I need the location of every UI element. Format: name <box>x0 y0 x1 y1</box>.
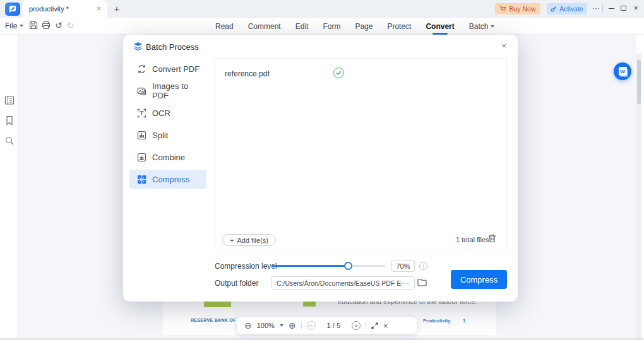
menu-edit[interactable]: Edit <box>295 19 309 34</box>
slider-handle[interactable] <box>344 262 352 270</box>
compression-value-field[interactable]: 70% <box>391 260 415 272</box>
slider-fill <box>271 265 349 267</box>
bookmark-panel-icon[interactable] <box>4 115 15 126</box>
cart-icon <box>499 6 506 12</box>
buy-now-button[interactable]: Buy Now <box>495 3 540 15</box>
sidebar-item-combine[interactable]: Combine <box>129 148 206 167</box>
save-button[interactable] <box>29 21 38 30</box>
menu-read[interactable]: Read <box>215 19 234 34</box>
sidebar-item-convert-pdf[interactable]: Convert PDF <box>129 59 206 78</box>
zoom-level[interactable]: 100% <box>257 322 275 329</box>
search-panel-icon[interactable] <box>4 136 15 146</box>
compress-button[interactable]: Compress <box>451 270 507 289</box>
redo-button[interactable]: ↻ <box>67 20 75 30</box>
info-icon[interactable]: ! <box>419 262 427 270</box>
key-icon <box>551 6 557 12</box>
scrollbar-thumb[interactable] <box>637 60 641 104</box>
toolbar-separator <box>366 322 366 329</box>
file-list-panel: reference.pdf <box>215 58 507 249</box>
batch-process-dialog: Batch Process × Convert PDF Images to PD… <box>123 35 518 302</box>
more-menu-icon[interactable]: ··· <box>591 3 601 13</box>
menu-page[interactable]: Page <box>354 19 373 34</box>
file-success-icon <box>333 67 344 78</box>
menu-protect[interactable]: Protect <box>386 19 412 34</box>
split-icon <box>137 131 146 140</box>
dialog-sidebar: Convert PDF Images to PDF OCR Split Comb… <box>129 59 206 192</box>
app-logo-icon <box>5 3 20 16</box>
plus-icon: + <box>230 237 234 244</box>
buy-now-label: Buy Now <box>509 5 535 13</box>
output-path-value: C:/Users/Áron/Documents/EaseUS PDF Edito… <box>277 279 401 287</box>
compression-slider[interactable] <box>271 265 385 267</box>
title-bar: productivity * × + Buy Now Activate ··· … <box>0 0 644 18</box>
next-page-button[interactable] <box>352 321 361 330</box>
open-folder-icon[interactable] <box>417 278 427 286</box>
tab-close-icon[interactable]: × <box>97 4 101 13</box>
menu-form[interactable]: Form <box>322 19 341 34</box>
images-icon <box>137 86 146 96</box>
zoom-in-icon[interactable]: ⊕ <box>289 321 296 330</box>
sidebar-item-ocr[interactable]: OCR <box>129 103 206 122</box>
total-files-label: 1 total files <box>456 236 489 243</box>
document-footer-section: Productivity <box>423 318 450 324</box>
minimize-icon <box>609 8 614 9</box>
sidebar-item-label: OCR <box>152 108 170 118</box>
sidebar-item-label: Combine <box>152 153 185 162</box>
main-menu: Read Comment Edit Form Page Protect Conv… <box>215 18 495 35</box>
undo-button[interactable]: ↺ <box>55 20 63 30</box>
word-doc-icon: W <box>619 67 627 76</box>
document-footer-page: 1 <box>463 318 465 324</box>
vertical-scrollbar[interactable] <box>636 54 641 338</box>
compression-level-label: Compression level <box>215 262 277 271</box>
previous-page-button[interactable] <box>307 321 316 330</box>
maximize-icon <box>621 6 626 11</box>
toolbar-separator <box>23 23 23 30</box>
fullscreen-icon[interactable] <box>371 322 378 329</box>
convert-pdf-icon <box>137 64 146 74</box>
file-menu[interactable]: File <box>5 21 23 30</box>
browse-more-icon[interactable]: ··· <box>401 279 410 287</box>
sidebar-item-label: Images to PDF <box>152 81 206 100</box>
sidebar-item-compress[interactable]: Compress <box>129 170 206 189</box>
dialog-title: Batch Process <box>146 42 199 52</box>
left-sidebar <box>0 35 19 338</box>
sidebar-item-label: Split <box>152 131 168 140</box>
sidebar-item-images-to-pdf[interactable]: Images to PDF <box>129 81 206 100</box>
menu-comment[interactable]: Comment <box>247 19 282 34</box>
tab-title: productivity * <box>29 5 97 13</box>
chevron-down-icon <box>491 25 494 28</box>
toolbar: File ↺ ↻ Read Comment Edit Form Page Pro… <box>0 18 644 35</box>
add-files-button[interactable]: + Add file(s) <box>222 234 276 246</box>
file-menu-label: File <box>5 21 17 30</box>
sidebar-item-split[interactable]: Split <box>129 126 206 144</box>
page-indicator: 1 / 5 <box>327 322 340 329</box>
titlebar-separator <box>602 5 603 13</box>
sidebar-item-label: Convert PDF <box>152 64 200 74</box>
file-list-item[interactable]: reference.pdf <box>225 69 270 78</box>
print-button[interactable] <box>42 21 51 30</box>
window-close-button[interactable]: × <box>631 3 641 13</box>
ocr-icon <box>137 108 146 118</box>
sidebar-item-label: Compress <box>152 175 189 184</box>
minimize-button[interactable] <box>606 3 616 13</box>
dialog-close-button[interactable]: × <box>501 41 506 50</box>
menu-convert[interactable]: Convert <box>425 19 455 34</box>
chevron-down-icon[interactable] <box>280 324 283 327</box>
trash-icon[interactable] <box>488 234 496 243</box>
new-tab-button[interactable]: + <box>112 3 122 14</box>
maximize-button[interactable] <box>618 3 628 13</box>
viewer-close-icon[interactable]: × <box>383 321 388 331</box>
activate-button[interactable]: Activate <box>547 3 587 15</box>
menu-batch[interactable]: Batch <box>468 19 496 34</box>
compress-icon <box>137 175 146 184</box>
activate-label: Activate <box>559 5 583 13</box>
output-folder-label: Output folder <box>215 279 258 288</box>
combine-icon <box>137 153 146 162</box>
thumbnails-panel-icon[interactable] <box>4 95 15 105</box>
convert-to-word-button[interactable]: W <box>614 62 631 80</box>
add-files-label: Add file(s) <box>237 237 268 244</box>
zoom-out-icon[interactable]: ⊖ <box>244 321 252 330</box>
viewer-toolbar: ⊖ 100% ⊕ 1 / 5 × <box>237 317 417 334</box>
document-tab[interactable]: productivity * × <box>23 0 107 18</box>
output-path-field[interactable]: C:/Users/Áron/Documents/EaseUS PDF Edito… <box>271 276 415 290</box>
